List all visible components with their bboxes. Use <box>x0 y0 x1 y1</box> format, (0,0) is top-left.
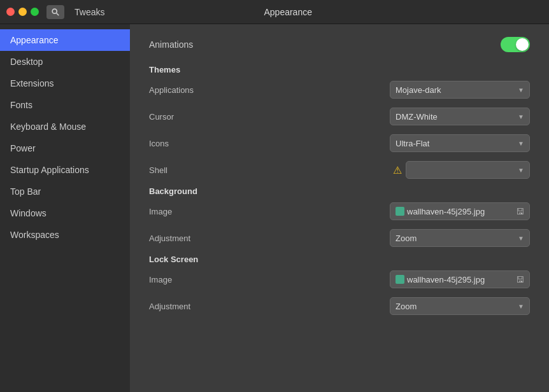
animations-label: Animations <box>149 39 193 50</box>
background-adjustment-value: Zoom <box>396 234 417 243</box>
main-layout: Appearance Desktop Extensions Fonts Keyb… <box>0 24 549 392</box>
background-image-picker[interactable]: wallhaven-45j295.jpg 🖫 <box>390 202 530 220</box>
lock-screen-adjustment-label: Adjustment <box>149 302 232 311</box>
sidebar-item-top-bar[interactable]: Top Bar <box>0 181 130 202</box>
chevron-down-icon: ▼ <box>518 87 524 94</box>
chevron-down-icon: ▼ <box>518 113 524 120</box>
close-button[interactable] <box>6 8 15 16</box>
applications-control: Mojave-dark ▼ <box>232 81 530 99</box>
sidebar-item-appearance[interactable]: Appearance <box>0 29 130 51</box>
sidebar-item-desktop[interactable]: Desktop <box>0 51 130 73</box>
sidebar-item-workspaces[interactable]: Workspaces <box>0 224 130 246</box>
chevron-down-icon: ▼ <box>518 167 524 174</box>
themes-section: Themes Applications Mojave-dark ▼ Cursor… <box>149 65 530 180</box>
chevron-down-icon: ▼ <box>518 235 524 242</box>
background-adjustment-dropdown[interactable]: Zoom ▼ <box>390 229 530 247</box>
themes-header: Themes <box>149 65 530 74</box>
minimize-button[interactable] <box>18 8 27 16</box>
cursor-control: DMZ-White ▼ <box>232 108 530 125</box>
cursor-value: DMZ-White <box>396 112 438 122</box>
background-image-row: Image wallhaven-45j295.jpg 🖫 <box>149 201 530 221</box>
lock-screen-header: Lock Screen <box>149 255 530 264</box>
background-header: Background <box>149 186 530 196</box>
icons-control: Ultra-Flat ▼ <box>232 134 530 152</box>
app-name: Tweaks <box>75 7 104 17</box>
sidebar-item-extensions[interactable]: Extensions <box>0 73 130 94</box>
lock-screen-section: Lock Screen Image wallhaven-45j295.jpg 🖫 <box>149 255 530 316</box>
svg-line-1 <box>57 13 59 15</box>
toggle-knob <box>516 38 529 51</box>
chevron-down-icon: ▼ <box>518 140 524 147</box>
animations-row: Animations <box>149 37 530 52</box>
shell-control: ⚠ ▼ <box>232 161 530 179</box>
lock-screen-image-control: wallhaven-45j295.jpg 🖫 <box>232 270 530 288</box>
svg-point-0 <box>52 9 57 13</box>
sidebar-item-fonts[interactable]: Fonts <box>0 94 130 116</box>
background-image-value: wallhaven-45j295.jpg <box>407 207 485 216</box>
file-icon: wallhaven-45j295.jpg <box>396 207 485 216</box>
sidebar-item-power[interactable]: Power <box>0 137 130 159</box>
icons-value: Ultra-Flat <box>396 139 429 148</box>
cursor-label: Cursor <box>149 112 232 122</box>
maximize-button[interactable] <box>31 8 39 16</box>
file-icon: wallhaven-45j295.jpg <box>396 275 485 284</box>
cursor-dropdown[interactable]: DMZ-White ▼ <box>390 108 530 125</box>
background-section: Background Image wallhaven-45j295.jpg 🖫 <box>149 186 530 248</box>
titlebar: Tweaks Appearance <box>0 0 549 24</box>
background-adjustment-control: Zoom ▼ <box>232 229 530 247</box>
lock-screen-adjustment-value: Zoom <box>396 302 417 311</box>
applications-dropdown[interactable]: Mojave-dark ▼ <box>390 81 530 99</box>
save-icon: 🖫 <box>516 207 524 216</box>
window-title: Appearance <box>110 7 466 17</box>
sidebar-item-startup-applications[interactable]: Startup Applications <box>0 159 130 181</box>
lock-screen-image-row: Image wallhaven-45j295.jpg 🖫 <box>149 269 530 290</box>
search-button[interactable] <box>46 5 64 19</box>
applications-row: Applications Mojave-dark ▼ <box>149 80 530 100</box>
save-icon: 🖫 <box>516 275 524 284</box>
lock-screen-image-picker[interactable]: wallhaven-45j295.jpg 🖫 <box>390 270 530 288</box>
applications-value: Mojave-dark <box>396 85 441 95</box>
lock-screen-adjustment-control: Zoom ▼ <box>232 297 530 315</box>
icons-label: Icons <box>149 139 232 148</box>
warning-icon: ⚠ <box>393 164 402 176</box>
applications-label: Applications <box>149 85 232 95</box>
background-image-label: Image <box>149 207 232 216</box>
icons-row: Icons Ultra-Flat ▼ <box>149 133 530 153</box>
lock-screen-adjustment-dropdown[interactable]: Zoom ▼ <box>390 297 530 315</box>
background-adjustment-label: Adjustment <box>149 234 232 243</box>
lock-screen-image-value: wallhaven-45j295.jpg <box>407 275 485 284</box>
traffic-lights <box>6 8 39 16</box>
content-area: Animations Themes Applications Mojave-da… <box>130 24 549 392</box>
sidebar-item-keyboard-mouse[interactable]: Keyboard & Mouse <box>0 116 130 137</box>
image-thumbnail <box>396 207 404 216</box>
background-adjustment-row: Adjustment Zoom ▼ <box>149 228 530 248</box>
sidebar: Appearance Desktop Extensions Fonts Keyb… <box>0 24 130 392</box>
search-icon <box>51 8 60 17</box>
lock-screen-image-label: Image <box>149 275 232 284</box>
cursor-row: Cursor DMZ-White ▼ <box>149 106 530 127</box>
background-image-control: wallhaven-45j295.jpg 🖫 <box>232 202 530 220</box>
icons-dropdown[interactable]: Ultra-Flat ▼ <box>390 134 530 152</box>
chevron-down-icon: ▼ <box>518 303 524 310</box>
shell-row: Shell ⚠ ▼ <box>149 160 530 180</box>
shell-dropdown[interactable]: ▼ <box>406 161 530 179</box>
animations-toggle[interactable] <box>501 37 530 52</box>
shell-label: Shell <box>149 165 232 175</box>
lock-screen-adjustment-row: Adjustment Zoom ▼ <box>149 296 530 316</box>
sidebar-item-windows[interactable]: Windows <box>0 202 130 224</box>
image-thumbnail <box>396 275 404 284</box>
